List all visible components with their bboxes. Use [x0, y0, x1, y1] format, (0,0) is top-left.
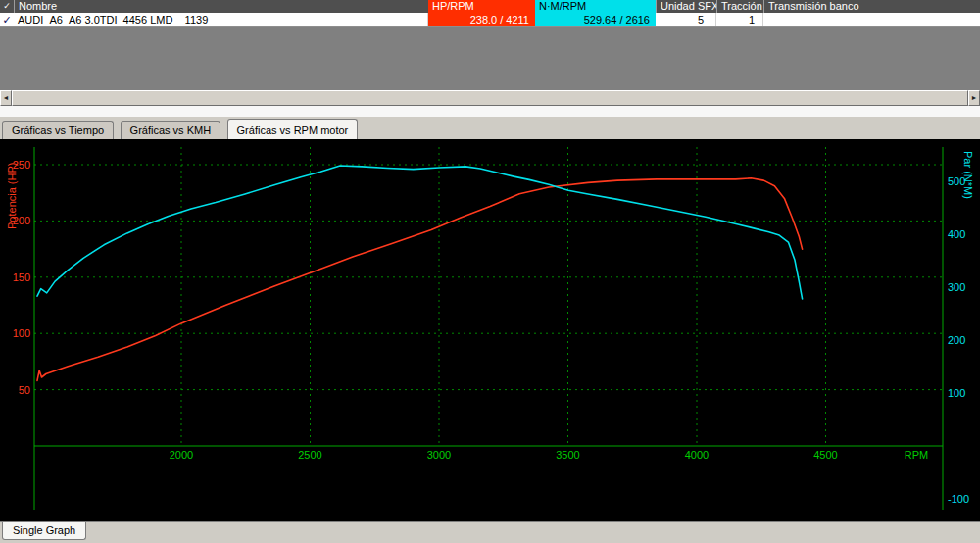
- column-header-nombre[interactable]: Nombre: [14, 0, 428, 13]
- cell-unidad-sfx: 5: [656, 13, 716, 26]
- table-empty-area: [0, 27, 980, 90]
- rpm-chart: 2000250030003500400045002502001501005050…: [0, 139, 980, 521]
- x-tick-label: 2000: [170, 449, 193, 461]
- column-header-unidad-sfx[interactable]: Unidad SFX: [656, 0, 716, 13]
- tab-graficas-vs-rpm-motor[interactable]: Gráficas vs RPM motor: [227, 119, 359, 139]
- column-header-check[interactable]: ✓: [0, 0, 14, 13]
- right-axis-title: Par (N*M): [962, 151, 974, 199]
- dyno-app: ✓ Nombre HP/RPM N·M/RPM Unidad SFX Tracc…: [0, 0, 980, 543]
- table-row[interactable]: ✓ AUDI_A6_A6 3.0TDI_4456 LMD__1139 238.0…: [0, 13, 980, 27]
- curve-torque: [37, 166, 803, 299]
- bottom-bar: Single Graph: [0, 521, 980, 543]
- cell-transmision-banco: [763, 13, 980, 26]
- x-tick-label: 3500: [556, 449, 579, 461]
- scroll-right-icon: ►: [971, 94, 978, 101]
- torque-tick-label: 200: [948, 334, 965, 346]
- x-tick-label: 3000: [427, 449, 451, 461]
- hp-tick-label: 100: [13, 327, 30, 339]
- results-table-header: ✓ Nombre HP/RPM N·M/RPM Unidad SFX Tracc…: [0, 0, 980, 13]
- separator-strip: [0, 106, 980, 117]
- column-header-transmision-banco[interactable]: Transmisión banco: [763, 0, 980, 13]
- column-header-hp-rpm[interactable]: HP/RPM: [428, 0, 535, 13]
- scroll-left-button[interactable]: ◄: [0, 90, 12, 106]
- chart-panel: 2000250030003500400045002502001501005050…: [0, 139, 980, 521]
- column-header-traccion[interactable]: Tracción: [716, 0, 763, 13]
- cell-traccion: 1: [716, 13, 763, 26]
- scroll-left-icon: ◄: [3, 94, 10, 101]
- tab-graficas-vs-tiempo[interactable]: Gráficas vs Tiempo: [2, 121, 114, 139]
- x-tick-label: 4500: [813, 449, 837, 461]
- x-tick-label: 4000: [685, 449, 709, 461]
- scroll-right-button[interactable]: ►: [968, 90, 980, 106]
- cell-nombre: AUDI_A6_A6 3.0TDI_4456 LMD__1139: [14, 13, 428, 26]
- torque-tick-label: 100: [948, 387, 965, 399]
- column-header-nm-rpm[interactable]: N·M/RPM: [535, 0, 656, 13]
- tab-graficas-vs-kmh[interactable]: Gráficas vs KMH: [121, 121, 221, 139]
- table-hscrollbar[interactable]: ◄ ►: [0, 90, 980, 106]
- left-axis-title: Potencia (HP): [6, 163, 18, 229]
- cell-nm-rpm: 529.64 / 2616: [535, 13, 656, 26]
- row-check-icon[interactable]: ✓: [0, 13, 14, 26]
- curve-power: [37, 178, 803, 381]
- hp-tick-label: 150: [13, 272, 30, 283]
- x-tick-label: 2500: [298, 449, 321, 461]
- torque-tick-label: -100: [948, 493, 969, 505]
- bottom-tab-single-graph[interactable]: Single Graph: [2, 522, 86, 540]
- torque-tick-label: 300: [948, 281, 965, 293]
- torque-tick-label: 400: [948, 228, 965, 240]
- scroll-thumb[interactable]: [12, 90, 968, 106]
- graph-tabbar: Gráficas vs Tiempo Gráficas vs KMH Gráfi…: [0, 117, 980, 139]
- hp-tick-label: 50: [19, 384, 30, 396]
- cell-hp-rpm: 238.0 / 4211: [428, 13, 535, 26]
- x-axis-title: RPM: [905, 449, 928, 461]
